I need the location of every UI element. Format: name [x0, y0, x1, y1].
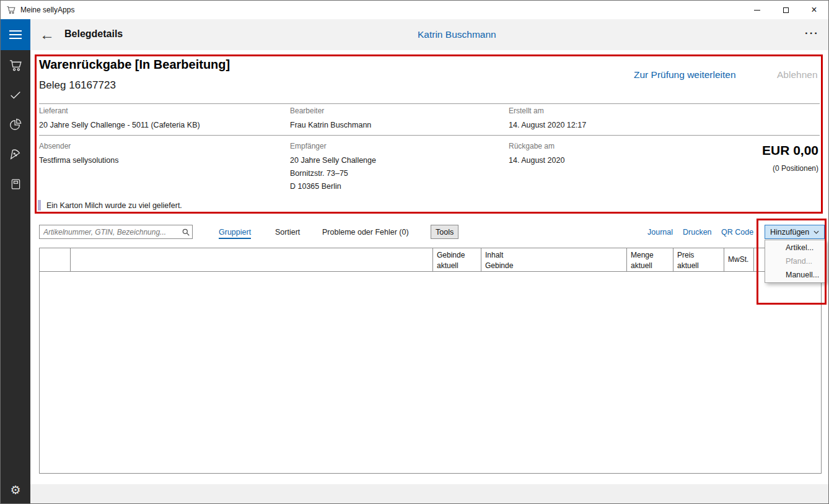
- chevron-down-icon: [814, 230, 819, 234]
- journal-link[interactable]: Journal: [647, 228, 673, 237]
- column-header-inhalt-gebinde: Inhalt Gebinde: [481, 248, 627, 271]
- tab-probleme-oder-fehler[interactable]: Probleme oder Fehler (0): [322, 228, 409, 237]
- back-button[interactable]: ←: [37, 24, 58, 45]
- forward-for-review-link[interactable]: Zur Prüfung weiterleiten: [634, 69, 736, 80]
- back-arrow-icon: ←: [40, 26, 55, 43]
- sidebar-item-settings[interactable]: ⚙: [1, 476, 30, 503]
- close-icon: ×: [811, 5, 817, 15]
- page-title: Belegdetails: [64, 28, 123, 40]
- table-header-row: Gebinde aktuell Inhalt Gebinde Menge akt…: [40, 248, 821, 272]
- book-icon: [9, 178, 22, 191]
- hinzufuegen-dropdown-button[interactable]: Hinzufügen: [765, 225, 825, 239]
- checkmark-icon: [9, 88, 22, 102]
- user-account-link[interactable]: Katrin Buschmann: [418, 29, 496, 40]
- field-label-bearbeiter: Bearbeiter: [290, 106, 324, 115]
- divider: [39, 135, 820, 136]
- document-title: Warenrückgabe [In Bearbeitung]: [39, 58, 230, 72]
- sidebar-item-cart[interactable]: [1, 50, 30, 80]
- search-input[interactable]: [40, 228, 180, 237]
- reject-link-disabled[interactable]: Ablehnen: [777, 69, 818, 80]
- maximize-button[interactable]: [771, 1, 800, 19]
- pizza-slice-icon: [9, 147, 22, 161]
- field-label-empfaenger: Empfänger: [290, 142, 327, 150]
- menu-item-manuell[interactable]: Manuell...: [765, 268, 826, 282]
- menu-item-artikel[interactable]: Artikel...: [765, 241, 826, 254]
- document-number: Beleg 16167723: [39, 79, 116, 92]
- field-value-erstellt-am: 14. August 2020 12:17: [509, 119, 586, 132]
- shopping-cart-icon: [9, 58, 23, 72]
- hinzufuegen-dropdown-menu: Artikel... Pfand... Manuell...: [765, 240, 827, 283]
- column-header-select: [40, 248, 71, 271]
- column-header-mwst: MwSt.: [724, 248, 754, 271]
- tab-gruppiert[interactable]: Gruppiert: [219, 228, 251, 239]
- app-header: ← Belegdetails Katrin Buschmann ···: [1, 19, 828, 50]
- field-value-empfaenger: 20 Jahre Selly Challenge Bornitzstr. 73–…: [290, 154, 376, 193]
- pie-chart-icon: [9, 118, 22, 131]
- app-icon: [6, 5, 16, 15]
- app-window: Meine sellyApps × ← Belegdetails Katrin …: [0, 0, 829, 504]
- positions-table: Gebinde aktuell Inhalt Gebinde Menge akt…: [39, 248, 822, 474]
- field-label-rueckgabe-am: Rückgabe am: [509, 142, 555, 150]
- field-value-absender: Testfirma sellysolutions: [39, 154, 119, 167]
- field-label-erstellt-am: Erstellt am: [509, 106, 544, 115]
- hamburger-menu-button[interactable]: [1, 19, 30, 50]
- total-amount: EUR 0,00: [762, 143, 818, 158]
- sidebar-item-reports[interactable]: [1, 110, 30, 139]
- sidebar: ⚙: [1, 50, 30, 504]
- column-header-preis-aktuell: Preis aktuell: [673, 248, 724, 271]
- maximize-icon: [783, 7, 789, 13]
- titlebar: Meine sellyApps ×: [1, 1, 828, 19]
- search-icon[interactable]: [180, 227, 192, 238]
- positions-count: (0 Positionen): [773, 164, 818, 173]
- field-label-absender: Absender: [39, 142, 71, 150]
- window-title: Meine sellyApps: [20, 6, 74, 14]
- menu-item-pfand: Pfand...: [765, 254, 826, 268]
- footer-strip: [30, 484, 829, 504]
- article-search-field[interactable]: [39, 225, 193, 239]
- minimize-button[interactable]: [743, 1, 771, 19]
- drucken-link[interactable]: Drucken: [683, 228, 712, 237]
- sidebar-item-tasks[interactable]: [1, 80, 30, 110]
- tab-sortiert[interactable]: Sortiert: [275, 228, 300, 237]
- sidebar-item-food[interactable]: [1, 139, 30, 169]
- field-value-bearbeiter: Frau Katrin Buschmann: [290, 119, 371, 132]
- close-button[interactable]: ×: [800, 1, 828, 19]
- window-controls: ×: [743, 1, 828, 19]
- note-accent-bar: [38, 200, 41, 211]
- column-header-menge-aktuell: Menge aktuell: [627, 248, 673, 271]
- minimize-icon: [754, 10, 760, 11]
- column-header-gebinde-aktuell: Gebinde aktuell: [433, 248, 481, 271]
- sidebar-item-catalog[interactable]: [1, 169, 30, 199]
- more-options-button[interactable]: ···: [805, 27, 819, 40]
- field-label-lieferant: Lieferant: [39, 106, 68, 115]
- column-header-article: [71, 248, 433, 271]
- gear-icon: ⚙: [10, 483, 20, 497]
- field-value-lieferant: 20 Jahre Selly Challenge - 5011 (Cafeter…: [39, 119, 200, 132]
- hamburger-icon: [9, 30, 22, 32]
- divider: [39, 103, 820, 104]
- qr-code-link[interactable]: QR Code: [721, 228, 753, 237]
- field-value-rueckgabe-am: 14. August 2020: [509, 154, 564, 167]
- document-note: Ein Karton Milch wurde zu viel geliefert…: [46, 201, 182, 210]
- tools-button[interactable]: Tools: [431, 225, 458, 239]
